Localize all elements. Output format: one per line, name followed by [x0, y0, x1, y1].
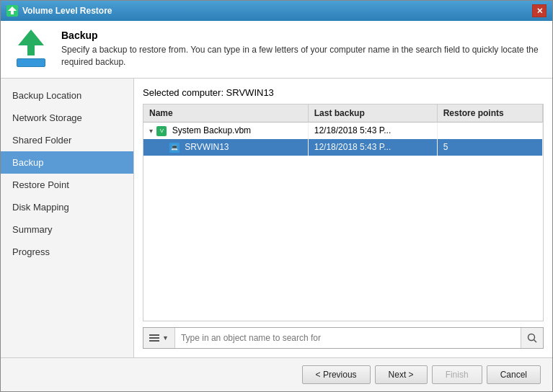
- backup-table: Name Last backup Restore points ▾ V Syst…: [143, 104, 543, 156]
- svg-point-6: [528, 334, 535, 341]
- table-cell-last-backup: 12/18/2018 5:43 P...: [308, 139, 437, 156]
- list-icon: [149, 334, 159, 342]
- table-cell-name: ▾ V System Backup.vbm: [143, 122, 308, 139]
- sidebar-item-restore-point[interactable]: Restore Point: [1, 174, 133, 196]
- dropdown-arrow: ▼: [162, 334, 169, 342]
- content-area: Selected computer: SRVWIN13 Name Last ba…: [134, 79, 552, 357]
- search-input[interactable]: [175, 328, 521, 348]
- finish-button[interactable]: Finish: [432, 365, 482, 384]
- window: Volume Level Restore ✕ Backup Specify a …: [0, 0, 553, 392]
- search-button[interactable]: [521, 328, 543, 348]
- sidebar-item-summary[interactable]: Summary: [1, 218, 133, 241]
- arrow-stem: [27, 45, 35, 55]
- vbm-icon: V: [156, 126, 167, 136]
- search-icon: [527, 333, 537, 343]
- title-bar: Volume Level Restore ✕: [1, 1, 552, 21]
- previous-button[interactable]: < Previous: [302, 365, 371, 384]
- title-bar-buttons: ✕: [532, 4, 547, 17]
- sidebar-item-shared-folder[interactable]: Shared Folder: [1, 129, 133, 151]
- backup-icon-container: [12, 30, 50, 67]
- table-row[interactable]: 💻 SRVWIN13 12/18/2018 5:43 P... 5: [143, 139, 543, 156]
- table-cell-last-backup: 12/18/2018 5:43 P...: [308, 122, 437, 139]
- col-restore-points: Restore points: [437, 104, 542, 122]
- sidebar-item-disk-mapping[interactable]: Disk Mapping: [1, 196, 133, 218]
- hdd-icon: [17, 58, 45, 67]
- sidebar-item-network-storage[interactable]: Network Storage: [1, 107, 133, 129]
- table-header-row: Name Last backup Restore points: [143, 104, 543, 122]
- cancel-button[interactable]: Cancel: [487, 365, 541, 384]
- table-row[interactable]: ▾ V System Backup.vbm 12/18/2018 5:43 P.…: [143, 122, 543, 139]
- svg-rect-2: [11, 11, 14, 14]
- svg-rect-4: [149, 337, 159, 339]
- footer: < Previous Next > Finish Cancel: [1, 357, 552, 391]
- selected-computer-label: Selected computer: SRVWIN13: [143, 87, 544, 98]
- col-name: Name: [143, 104, 308, 122]
- col-last-backup: Last backup: [308, 104, 437, 122]
- sidebar-item-backup[interactable]: Backup: [1, 151, 133, 174]
- table-cell-restore-points: 5: [437, 139, 542, 156]
- window-title: Volume Level Restore: [22, 6, 112, 16]
- next-button[interactable]: Next >: [375, 365, 428, 384]
- header-text: Backup Specify a backup to restore from.…: [61, 30, 541, 68]
- sidebar-item-backup-location[interactable]: Backup Location: [1, 84, 133, 107]
- computer-icon: 💻: [169, 143, 180, 153]
- header-title: Backup: [61, 30, 541, 41]
- title-bar-left: Volume Level Restore: [6, 5, 112, 17]
- svg-line-7: [534, 340, 537, 343]
- header-description: Specify a backup to restore from. You ca…: [61, 44, 541, 68]
- svg-rect-3: [149, 334, 159, 336]
- search-bar: ▼: [143, 327, 544, 349]
- search-dropdown-btn[interactable]: ▼: [143, 328, 175, 348]
- header-section: Backup Specify a backup to restore from.…: [1, 21, 552, 79]
- sidebar: Backup Location Network Storage Shared F…: [1, 79, 134, 357]
- expand-icon: ▾: [149, 127, 153, 135]
- table-cell-name: 💻 SRVWIN13: [143, 139, 308, 156]
- app-icon: [6, 5, 18, 17]
- table-cell-restore-points: [437, 122, 542, 139]
- main-content: Backup Location Network Storage Shared F…: [1, 79, 552, 357]
- close-button[interactable]: ✕: [532, 4, 547, 17]
- backup-table-container[interactable]: Name Last backup Restore points ▾ V Syst…: [143, 104, 544, 321]
- arrow-up-icon: [18, 30, 44, 45]
- svg-rect-5: [149, 340, 159, 342]
- sidebar-item-progress[interactable]: Progress: [1, 241, 133, 263]
